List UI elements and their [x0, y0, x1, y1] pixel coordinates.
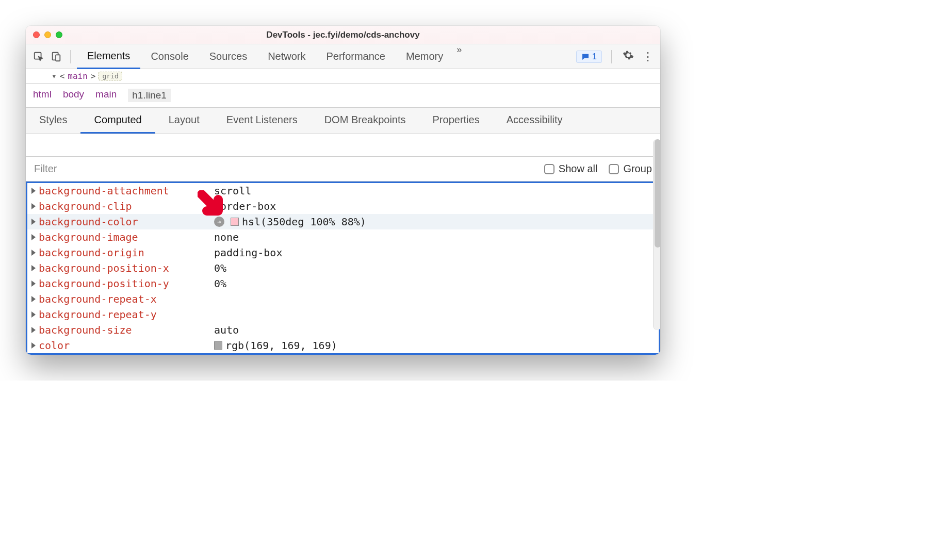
property-name: background-position-y — [39, 277, 214, 290]
property-value-text: padding-box — [214, 246, 282, 259]
property-value-text: auto — [214, 324, 239, 336]
sidebar-tabs: Styles Computed Layout Event Listeners D… — [26, 108, 660, 134]
tab-memory[interactable]: Memory — [396, 44, 453, 69]
scroll-thumb[interactable] — [655, 139, 660, 248]
more-menu-icon[interactable]: ⋮ — [641, 50, 655, 63]
property-row[interactable]: background-position-x0% — [27, 260, 659, 276]
separator — [611, 50, 612, 63]
main-tabs: Elements Console Sources Network Perform… — [77, 44, 574, 69]
property-name: background-position-x — [39, 262, 214, 274]
tab-elements[interactable]: Elements — [77, 44, 140, 69]
property-value[interactable]: auto — [214, 324, 239, 336]
breadcrumb-item[interactable]: main — [95, 89, 117, 102]
property-row[interactable]: background-repeat-x — [27, 291, 659, 307]
breadcrumb-selected[interactable]: h1.line1 — [128, 89, 171, 102]
property-value[interactable]: ➜hsl(350deg 100% 88%) — [214, 216, 366, 228]
element-tag[interactable]: main — [68, 71, 88, 81]
titlebar: DevTools - jec.fyi/demo/cds-anchovy — [26, 26, 660, 44]
main-toolbar: Elements Console Sources Network Perform… — [26, 44, 660, 69]
issues-badge[interactable]: 1 — [576, 51, 602, 63]
property-row[interactable]: background-clipborder-box — [27, 199, 659, 214]
tab-network[interactable]: Network — [257, 44, 316, 69]
expand-triangle-icon[interactable] — [31, 219, 36, 225]
property-row[interactable]: background-attachmentscroll — [27, 183, 659, 199]
checkbox-icon — [609, 164, 619, 174]
property-value-text: 0% — [214, 277, 226, 290]
expand-triangle-icon[interactable] — [31, 296, 36, 302]
message-icon — [581, 53, 590, 61]
property-name: background-repeat-y — [39, 308, 214, 321]
filter-row: Filter Show all Group — [26, 157, 660, 182]
property-name: background-clip — [39, 200, 214, 212]
expand-triangle-icon[interactable] — [31, 265, 36, 271]
spacer — [26, 134, 660, 157]
stab-accessibility[interactable]: Accessibility — [493, 108, 576, 134]
expand-triangle-icon[interactable] — [31, 311, 36, 318]
property-value[interactable]: padding-box — [214, 246, 282, 259]
property-name: background-repeat-x — [39, 293, 214, 305]
property-row[interactable]: background-position-y0% — [27, 276, 659, 291]
expand-triangle-icon[interactable] — [31, 342, 36, 349]
device-toggle-icon[interactable] — [48, 49, 64, 64]
tab-sources[interactable]: Sources — [199, 44, 257, 69]
inspect-icon[interactable] — [31, 49, 46, 64]
property-row[interactable]: background-repeat-y — [27, 307, 659, 322]
more-tabs-icon[interactable]: » — [453, 44, 465, 69]
property-value-text: none — [214, 231, 239, 243]
expand-triangle-icon[interactable] — [31, 234, 36, 240]
settings-icon[interactable] — [621, 50, 635, 64]
devtools-window: DevTools - jec.fyi/demo/cds-anchovy Elem… — [26, 26, 660, 355]
computed-properties-pane: background-attachmentscrollbackground-cl… — [26, 182, 660, 355]
property-row[interactable]: background-imagenone — [27, 229, 659, 245]
property-value-text: 0% — [214, 262, 226, 274]
expand-triangle-icon[interactable] — [31, 188, 36, 194]
property-row[interactable]: background-color➜hsl(350deg 100% 88%) — [27, 214, 659, 229]
expand-triangle-icon[interactable] — [31, 281, 36, 287]
stab-properties[interactable]: Properties — [419, 108, 493, 134]
property-row[interactable]: background-originpadding-box — [27, 245, 659, 260]
property-value-text: hsl(350deg 100% 88%) — [242, 216, 366, 228]
property-row[interactable]: colorrgb(169, 169, 169) — [27, 338, 659, 353]
checkbox-icon — [544, 164, 554, 174]
stab-computed[interactable]: Computed — [80, 108, 155, 134]
breadcrumb-item[interactable]: body — [63, 89, 84, 102]
color-swatch-icon[interactable] — [231, 218, 239, 226]
toolbar-right: 1 ⋮ — [576, 50, 655, 64]
show-all-label: Show all — [559, 163, 598, 175]
issues-count: 1 — [592, 52, 597, 61]
expand-triangle-icon[interactable] — [31, 203, 36, 209]
property-name: color — [39, 339, 214, 352]
stab-layout[interactable]: Layout — [155, 108, 213, 134]
property-name: background-color — [39, 216, 214, 228]
property-name: background-size — [39, 324, 214, 336]
show-all-checkbox[interactable]: Show all — [544, 163, 598, 175]
property-name: background-attachment — [39, 185, 214, 197]
property-value[interactable]: 0% — [214, 277, 226, 290]
stab-event-listeners[interactable]: Event Listeners — [213, 108, 311, 134]
svg-rect-2 — [56, 55, 60, 61]
expand-triangle-icon[interactable] — [31, 327, 36, 333]
expand-triangle-icon[interactable] — [31, 250, 36, 256]
filter-input[interactable]: Filter — [34, 163, 57, 175]
annotation-arrow-icon — [198, 190, 229, 224]
separator — [70, 50, 71, 63]
property-value[interactable]: 0% — [214, 262, 226, 274]
property-row[interactable]: background-sizeauto — [27, 322, 659, 338]
tab-console[interactable]: Console — [140, 44, 199, 69]
elements-tree-strip: ▾ <main> grid — [26, 69, 660, 84]
stab-dom-breakpoints[interactable]: DOM Breakpoints — [311, 108, 419, 134]
group-label: Group — [623, 163, 652, 175]
tab-performance[interactable]: Performance — [316, 44, 396, 69]
breadcrumb-item[interactable]: html — [33, 89, 52, 102]
property-name: background-image — [39, 231, 214, 243]
grid-badge[interactable]: grid — [99, 72, 122, 80]
property-value[interactable]: rgb(169, 169, 169) — [214, 339, 337, 352]
breadcrumb: html body main h1.line1 — [26, 84, 660, 108]
property-name: background-origin — [39, 246, 214, 259]
stab-styles[interactable]: Styles — [26, 108, 80, 134]
group-checkbox[interactable]: Group — [609, 163, 652, 175]
color-swatch-icon[interactable] — [214, 341, 222, 350]
scrollbar[interactable] — [653, 139, 660, 330]
property-value-text: rgb(169, 169, 169) — [225, 339, 337, 352]
property-value[interactable]: none — [214, 231, 239, 243]
